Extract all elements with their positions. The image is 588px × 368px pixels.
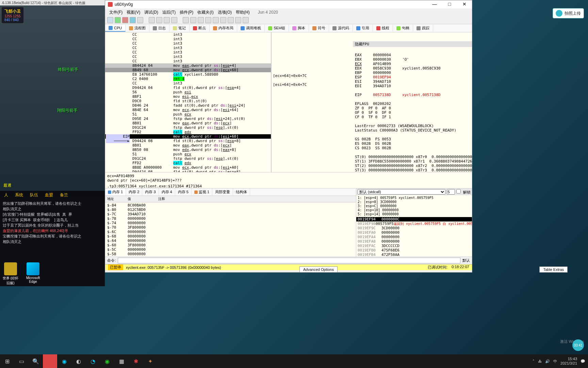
tab-mem1[interactable]: 内存 1 — [105, 188, 126, 196]
stack-row[interactable]: 0019EFA000000000 — [356, 230, 472, 235]
disasm-line[interactable]: C2 0400ret 4 — [105, 77, 271, 81]
memory-row[interactable]: $-7400000000 — [107, 221, 354, 225]
stack-row[interactable]: 0019EF940000000C — [356, 217, 472, 221]
start-button[interactable]: ⊞ — [0, 354, 14, 368]
tab-struct[interactable]: 结构体 — [233, 188, 250, 196]
disasm-line[interactable]: CCint3 — [105, 50, 271, 55]
screenshot-upload-button[interactable]: 拍照上传 — [553, 8, 584, 18]
menu-help[interactable]: 帮助(H) — [234, 9, 252, 16]
stack-row[interactable]: 0019EFAC3DCCCCCD — [356, 244, 472, 248]
disasm-line[interactable]: 8B50 08mov edx,dword ptr ds:[eax+8] — [105, 148, 271, 152]
tool-icon[interactable] — [190, 17, 196, 23]
registers-view[interactable]: 隐藏FPU EAX 00000004 EBX 00000030 'O' ECX … — [353, 32, 472, 172]
chat-tab[interactable]: 系统 — [12, 191, 27, 199]
memory-row[interactable]: $-6400000000 — [107, 239, 354, 243]
taskbar-app-debugger[interactable]: ✱ — [129, 354, 143, 368]
menu-favorites[interactable]: 收藏夹(I) — [195, 9, 215, 16]
disasm-line[interactable]: CCint3 — [105, 32, 271, 37]
run-icon[interactable] — [130, 17, 136, 23]
tool-icon[interactable] — [220, 17, 226, 23]
step-into-icon[interactable] — [149, 17, 155, 23]
maximize-button[interactable]: □ — [442, 0, 457, 8]
memory-row[interactable]: $-7C394AD710 — [107, 212, 354, 216]
tool-icon[interactable] — [183, 17, 189, 23]
tab-watch[interactable]: 监视 1 — [192, 188, 212, 196]
cmd-default[interactable]: 默认 — [462, 258, 470, 263]
disasm-line[interactable]: D91C24fstp dword ptr ss:[esp],st(0) — [105, 156, 271, 161]
tab-mem3[interactable]: 内存 3 — [142, 188, 159, 196]
disasm-line[interactable]: D94424 08fld st(0),dword ptr ss:[esp+8] — [105, 139, 271, 143]
taskbar[interactable]: ⊞ ▭ 🔍 ◉ ◐ ◔ ◉ ▦ ✱ ✦ ˄ 🖧 🔊 中 15:43 2021/3… — [0, 354, 588, 368]
taskbar-app[interactable]: ▦ — [114, 354, 129, 368]
debugger-title-bar[interactable]: u60Xyv0g — [105, 0, 472, 9]
disasm-line[interactable]: D91C24fstp dword ptr ss:[esp],st(0) — [105, 125, 271, 130]
memory-row[interactable]: $-603F800000 — [107, 243, 354, 247]
menu-trace[interactable]: 追踪(T) — [160, 9, 178, 16]
stack-row[interactable]: 0019EFB4472F50AA — [356, 252, 472, 257]
chat-tab[interactable]: 人 — [1, 191, 12, 199]
step-out-icon[interactable] — [164, 17, 170, 23]
disasm-line[interactable]: CCint3 — [105, 41, 271, 46]
tab-script[interactable]: 脚本 — [289, 25, 309, 32]
callconv-select[interactable]: 默认 (stdcall) — [358, 189, 445, 195]
stack-row[interactable]: 0019EFA400000000 — [356, 235, 472, 239]
taskbar-app-wechat[interactable]: ◉ — [100, 354, 114, 368]
tab-graph[interactable]: 流程图 — [126, 25, 149, 32]
stop-icon[interactable] — [122, 17, 128, 23]
step-icon[interactable] — [171, 17, 177, 23]
disasm-line[interactable]: FFD2call edx — [105, 130, 271, 134]
tab-log[interactable]: 日志 — [149, 25, 169, 32]
taskbar-app-qq[interactable]: ◔ — [86, 354, 100, 368]
npc-label[interactable]: 最遁 — [3, 183, 12, 188]
disasm-line[interactable]: E8 14760100call xyclient.588980 — [105, 72, 271, 77]
tool-icon[interactable] — [243, 17, 249, 23]
tool-icon[interactable] — [198, 17, 204, 23]
disasm-line[interactable]: 8B49 60mov ecx,dword ptr ds:[ecx+60] — [105, 68, 271, 72]
tab-mem5[interactable]: 内存 5 — [175, 188, 192, 196]
menu-options[interactable]: 选项(O) — [216, 9, 234, 16]
tab-trace[interactable]: 跟踪 — [413, 25, 433, 32]
argcount-input[interactable] — [447, 189, 455, 195]
tray-volume-icon[interactable]: 🔊 — [545, 359, 550, 364]
disasm-line[interactable]: 8B4E 60mov ecx,dword ptr ds:[esi+60] — [105, 134, 271, 139]
notifications-icon[interactable]: 💬 — [581, 359, 585, 364]
stack-row[interactable]: 0019EFB0475F68E6 — [356, 248, 472, 252]
disasm-line[interactable]: D94424 04fld st(0),dword ptr ss:[esp+4] — [105, 86, 271, 90]
memory-row[interactable]: $-6C00000000 — [107, 230, 354, 234]
disasm-line[interactable]: 51push ecx — [105, 112, 271, 117]
memory-row[interactable]: $-6800000000 — [107, 234, 354, 239]
regs-header[interactable]: 隐藏FPU — [353, 41, 472, 47]
disasm-line[interactable]: 8B01mov eax,dword ptr ds:[ecx] — [105, 121, 271, 125]
memory-row[interactable]: $-5800000000 — [107, 252, 354, 256]
disassembly-view[interactable]: EIP ──────► CCint3CCint3CCint3CCint3CCin… — [105, 32, 271, 172]
system-tray[interactable]: ˄ 🖧 🔊 中 15:43 2021/3/21 💬 — [533, 357, 588, 366]
tool-icon[interactable] — [228, 17, 234, 23]
tool-icon[interactable] — [235, 17, 241, 23]
npc-label[interactable]: 终阳弓箭手 — [58, 67, 78, 73]
taskbar-app[interactable] — [43, 354, 57, 368]
taskbar-app-game[interactable]: ✦ — [143, 354, 157, 368]
stack-row[interactable]: 0019EF98005759F5返回到 xyclient.005759F5 自 … — [356, 221, 472, 226]
disasm-line[interactable]: D846 24fadd st(0),dword ptr ds:[esi+24] — [105, 103, 271, 108]
taskbar-app-eclipse[interactable]: ◐ — [71, 354, 86, 368]
tab-notes[interactable]: 笔记 — [169, 25, 190, 32]
npc-label[interactable]: 翔阳弓箭手 — [57, 108, 78, 113]
minimize-button[interactable]: — — [427, 0, 442, 8]
disasm-line[interactable]: 8B01mov eax,dword ptr ds:[ecx] — [105, 143, 271, 148]
tab-handles[interactable]: 句柄 — [393, 25, 413, 32]
tab-refs[interactable]: 引用 — [353, 25, 373, 32]
disasm-line[interactable]: D95E 24fstp dword ptr ds:[esi+24],st(0) — [105, 117, 271, 121]
open-icon[interactable] — [107, 17, 113, 23]
stack-row[interactable]: 0019EF9C3CD00000 — [356, 226, 472, 230]
tab-seh[interactable]: SEH链 — [265, 25, 289, 32]
search-button[interactable]: 🔍 — [29, 354, 43, 368]
tab-mem4[interactable]: 内存 4 — [159, 188, 175, 196]
desktop-icon-edge[interactable]: Microsoft Edge — [24, 262, 42, 286]
tab-mem2[interactable]: 内存 2 — [126, 188, 142, 196]
tab-symbols[interactable]: 符号 — [309, 25, 329, 32]
advanced-options-button[interactable]: Advanced Options — [299, 266, 338, 273]
memory-row[interactable]: $-5C00000000 — [107, 247, 354, 252]
command-input[interactable] — [118, 258, 460, 263]
menu-debug[interactable]: 调试(D) — [142, 9, 160, 16]
disasm-line[interactable]: CCint3 — [105, 46, 271, 50]
